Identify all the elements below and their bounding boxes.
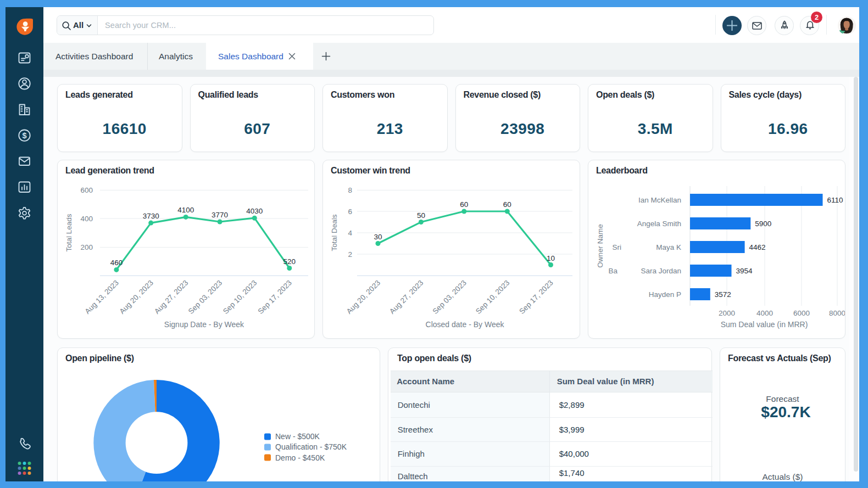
svg-text:Ian McKellan: Ian McKellan bbox=[638, 196, 681, 204]
svg-text:Aug 20, 2023: Aug 20, 2023 bbox=[345, 279, 382, 316]
svg-text:Sep 17, 2023: Sep 17, 2023 bbox=[257, 279, 293, 316]
svg-text:400: 400 bbox=[80, 215, 93, 223]
svg-text:200: 200 bbox=[80, 243, 93, 251]
svg-text:6000: 6000 bbox=[793, 309, 810, 317]
svg-text:10: 10 bbox=[547, 254, 555, 262]
svg-text:Sep 10, 2023: Sep 10, 2023 bbox=[474, 279, 511, 316]
svg-text:Demo - $450K: Demo - $450K bbox=[275, 453, 325, 462]
svg-text:Closed date - By Week: Closed date - By Week bbox=[426, 320, 505, 329]
svg-text:Ba: Ba bbox=[608, 267, 617, 275]
svg-text:New - $500K: New - $500K bbox=[275, 432, 320, 441]
svg-text:Maya K: Maya K bbox=[656, 243, 681, 251]
svg-text:30: 30 bbox=[374, 233, 382, 241]
svg-text:520: 520 bbox=[283, 257, 296, 266]
svg-text:Aug 20, 2023: Aug 20, 2023 bbox=[118, 279, 154, 316]
svg-text:8: 8 bbox=[348, 186, 352, 194]
svg-text:600: 600 bbox=[80, 186, 93, 194]
svg-text:Sri: Sri bbox=[613, 243, 622, 251]
svg-text:460: 460 bbox=[110, 259, 123, 267]
svg-text:4462: 4462 bbox=[749, 243, 766, 251]
svg-text:8000: 8000 bbox=[829, 309, 845, 317]
svg-text:4100: 4100 bbox=[177, 206, 194, 214]
svg-text:Sep 17, 2023: Sep 17, 2023 bbox=[518, 279, 554, 316]
svg-text:4000: 4000 bbox=[756, 309, 773, 317]
svg-text:Sum Deal value (in MRR): Sum Deal value (in MRR) bbox=[721, 320, 808, 329]
svg-text:Aug 27, 2023: Aug 27, 2023 bbox=[153, 279, 190, 316]
svg-text:60: 60 bbox=[460, 200, 468, 209]
svg-text:6: 6 bbox=[348, 207, 352, 216]
svg-text:$: $ bbox=[22, 131, 26, 140]
svg-text:5900: 5900 bbox=[755, 220, 771, 228]
svg-text:Sep 03, 2023: Sep 03, 2023 bbox=[431, 279, 468, 316]
svg-text:Hayden P: Hayden P bbox=[649, 290, 681, 299]
svg-text:4: 4 bbox=[348, 229, 352, 237]
svg-text:60: 60 bbox=[503, 200, 511, 209]
svg-text:Sep 10, 2023: Sep 10, 2023 bbox=[221, 279, 258, 316]
svg-text:Total Leads: Total Leads bbox=[65, 214, 73, 251]
svg-text:Aug 27, 2023: Aug 27, 2023 bbox=[388, 279, 425, 316]
svg-text:Owner Name: Owner Name bbox=[596, 224, 604, 268]
svg-text:6110: 6110 bbox=[827, 196, 843, 204]
svg-text:Qualification - $750K: Qualification - $750K bbox=[275, 442, 347, 451]
svg-text:3954: 3954 bbox=[736, 267, 753, 275]
svg-text:50: 50 bbox=[417, 211, 425, 220]
svg-text:3770: 3770 bbox=[212, 211, 228, 219]
svg-text:Sara Jordan: Sara Jordan bbox=[641, 267, 681, 275]
svg-text:3730: 3730 bbox=[143, 212, 159, 220]
svg-text:Sep 03, 2023: Sep 03, 2023 bbox=[187, 279, 224, 316]
svg-text:Total Deals: Total Deals bbox=[330, 214, 338, 251]
svg-text:2000: 2000 bbox=[719, 309, 735, 317]
svg-text:3572: 3572 bbox=[715, 290, 731, 299]
svg-text:Aug 13, 2023: Aug 13, 2023 bbox=[84, 279, 120, 316]
svg-text:2: 2 bbox=[348, 250, 352, 259]
svg-text:Signup Date - By Week: Signup Date - By Week bbox=[164, 320, 244, 329]
svg-text:Angela Smith: Angela Smith bbox=[637, 220, 681, 228]
svg-text:4030: 4030 bbox=[246, 207, 263, 215]
